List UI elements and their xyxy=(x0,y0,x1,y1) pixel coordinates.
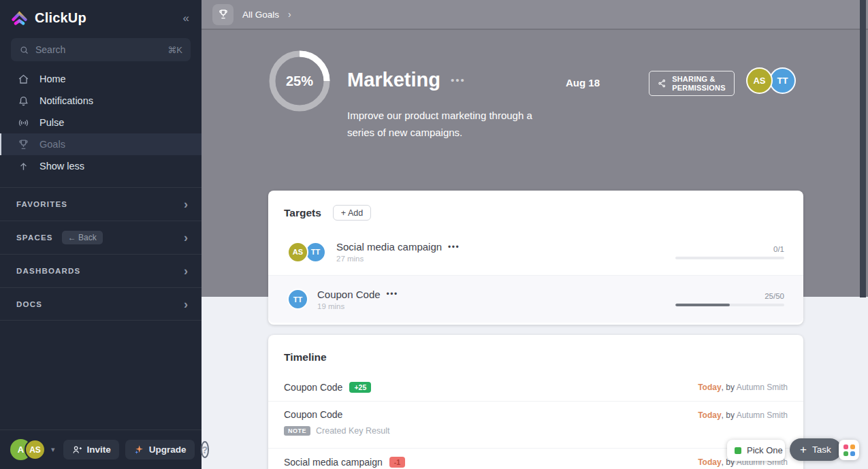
share-label: SHARING &PERMISSIONS xyxy=(672,75,726,92)
targets-card: Targets + Add AS TT Social media campaig… xyxy=(268,191,803,325)
timeline-row[interactable]: Coupon Code NOTE Created Key Result Toda… xyxy=(268,402,803,449)
sidebar-section-spaces[interactable]: SPACES ← Back › xyxy=(0,221,202,254)
timeline-item-title[interactable]: Coupon Code xyxy=(284,382,342,393)
chevron-right-icon: › xyxy=(184,265,188,277)
trophy-icon xyxy=(17,138,30,151)
goal-owner-avatars: AS TT xyxy=(746,67,796,94)
main-area: All Goals › 25% Marketing ••• Aug 18 SHA… xyxy=(202,0,868,469)
search-input[interactable]: Search ⌘K xyxy=(11,38,191,61)
back-button[interactable]: ← Back xyxy=(62,231,103,244)
sidebar-item-show-less[interactable]: Show less xyxy=(0,155,202,177)
clickup-logo-icon xyxy=(10,9,29,27)
chevron-right-icon: › xyxy=(184,231,188,244)
workspace-avatars[interactable]: A AS xyxy=(10,439,46,460)
delta-badge: +25 xyxy=(349,382,371,393)
section-label: DASHBOARDS xyxy=(16,267,80,275)
sidebar-nav: Home Notifications Pulse Goals Show less xyxy=(0,68,202,177)
sidebar-item-label: Home xyxy=(39,74,66,84)
goals-trophy-tile[interactable] xyxy=(212,4,234,25)
task-label: Task xyxy=(812,444,831,455)
target-duration: 19 mins xyxy=(317,302,398,310)
targets-title: Targets xyxy=(284,207,321,219)
sidebar-item-notifications[interactable]: Notifications xyxy=(0,90,202,112)
sidebar-section-docs[interactable]: DOCS › xyxy=(0,287,202,321)
grid-dot-icon xyxy=(843,444,848,449)
sidebar-section-favorites[interactable]: FAVORITES › xyxy=(0,187,202,221)
target-progress: 0/1 xyxy=(675,245,784,259)
target-row[interactable]: AS TT Social media campaign ••• 27 mins … xyxy=(268,229,803,276)
page-title: Marketing xyxy=(347,69,440,91)
timeline-row[interactable]: Social media campaign -1 Today, by Autum… xyxy=(268,449,803,469)
avatar[interactable]: AS xyxy=(287,242,308,263)
timeline-meta: Today, by Autumn Smith xyxy=(698,410,788,420)
section-label: SPACES xyxy=(16,233,53,242)
invite-button[interactable]: Invite xyxy=(63,440,119,459)
home-icon xyxy=(17,73,30,86)
chevron-right-icon: › xyxy=(184,298,188,310)
timeline-row[interactable]: Coupon Code +25 Today, by Autumn Smith xyxy=(268,374,803,402)
sidebar-section-dashboards[interactable]: DASHBOARDS › xyxy=(0,254,202,287)
collapse-sidebar-icon[interactable]: « xyxy=(183,12,189,25)
target-duration: 27 mins xyxy=(336,255,460,263)
breadcrumb[interactable]: All Goals xyxy=(242,10,279,20)
help-button[interactable]: ? xyxy=(201,441,210,458)
scrollbar[interactable] xyxy=(860,0,866,297)
logo-row: ClickUp « xyxy=(0,0,202,27)
target-title[interactable]: Coupon Code xyxy=(317,289,381,300)
avatar[interactable]: TT xyxy=(287,289,308,310)
sidebar-item-label: Show less xyxy=(39,161,84,172)
target-menu-dots[interactable]: ••• xyxy=(448,242,460,252)
target-row[interactable]: TT Coupon Code ••• 19 mins 25/50 xyxy=(268,276,803,323)
target-menu-dots[interactable]: ••• xyxy=(387,289,398,299)
grid-dot-icon xyxy=(850,451,855,456)
target-progress-label: 25/50 xyxy=(675,292,784,300)
add-task-button[interactable]: + Task xyxy=(790,438,841,461)
goal-due-date[interactable]: Aug 18 xyxy=(566,77,600,88)
pulse-icon xyxy=(17,116,30,129)
avatar[interactable]: AS xyxy=(746,67,773,94)
sidebar-item-pulse[interactable]: Pulse xyxy=(0,112,202,133)
chevron-down-icon[interactable]: ▾ xyxy=(51,445,55,454)
section-label: FAVORITES xyxy=(16,200,67,208)
chevron-right-icon: › xyxy=(288,9,291,20)
search-placeholder: Search xyxy=(35,44,65,55)
arrow-up-icon xyxy=(17,160,30,173)
app-title: ClickUp xyxy=(35,10,86,26)
sharing-permissions-button[interactable]: SHARING &PERMISSIONS xyxy=(649,71,735,96)
add-target-button[interactable]: + Add xyxy=(333,205,371,221)
plus-icon: + xyxy=(800,444,807,455)
upgrade-button[interactable]: Upgrade xyxy=(125,440,195,459)
avatar[interactable]: TT xyxy=(769,67,796,94)
goal-menu-dots[interactable]: ••• xyxy=(451,74,466,86)
person-add-icon xyxy=(71,444,82,455)
section-label: DOCS xyxy=(16,300,42,308)
sparkle-icon xyxy=(133,444,144,455)
avatar[interactable]: AS xyxy=(25,439,46,460)
timeline-card: Timeline Coupon Code +25 Today, by Autum… xyxy=(268,335,803,469)
sidebar-sections: FAVORITES › SPACES ← Back › DASHBOARDS ›… xyxy=(0,187,202,321)
target-progress-label: 0/1 xyxy=(675,245,784,253)
upgrade-label: Upgrade xyxy=(149,444,187,455)
trophy-icon xyxy=(217,8,229,20)
goal-progress-ring: 25% xyxy=(268,50,331,112)
progress-bar-fill xyxy=(675,304,730,306)
pick-one-label: Pick One xyxy=(747,445,783,455)
quick-actions-grid-button[interactable] xyxy=(839,440,859,460)
note-badge: NOTE xyxy=(284,426,310,436)
note-text: Created Key Result xyxy=(316,426,389,436)
search-shortcut: ⌘K xyxy=(167,45,182,55)
target-title[interactable]: Social media campaign xyxy=(336,241,442,253)
timeline-item-title[interactable]: Coupon Code xyxy=(284,409,389,420)
goal-description[interactable]: Improve our product marketing through a … xyxy=(347,108,546,141)
sidebar-item-goals[interactable]: Goals xyxy=(0,133,202,155)
bell-icon xyxy=(17,95,30,108)
search-icon xyxy=(19,45,29,55)
sidebar-item-label: Pulse xyxy=(39,117,64,128)
chevron-right-icon: › xyxy=(184,198,188,210)
pick-one-button[interactable]: Pick One xyxy=(727,440,785,461)
target-avatars: AS TT xyxy=(287,242,327,263)
sidebar-item-home[interactable]: Home xyxy=(0,68,202,90)
target-avatars: TT xyxy=(287,289,308,310)
timeline-item-title[interactable]: Social media campaign xyxy=(284,457,383,468)
timeline-meta: Today, by Autumn Smith xyxy=(698,383,788,392)
